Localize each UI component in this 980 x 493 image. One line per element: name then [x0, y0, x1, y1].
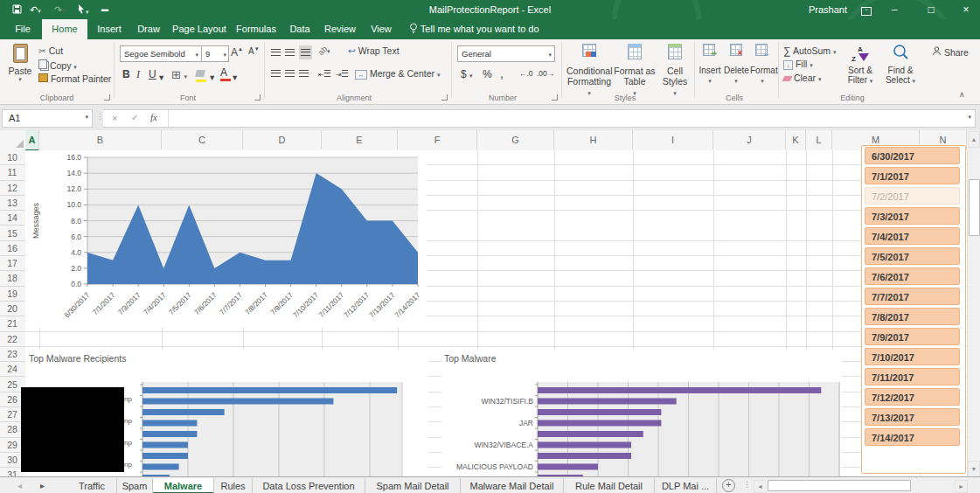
column-header-c[interactable]: C	[162, 130, 243, 149]
slicer-item-7-3-2017[interactable]: 7/3/2017	[865, 207, 960, 225]
row-header-20[interactable]: 20	[0, 302, 24, 316]
slicer-item-7-13-2017[interactable]: 7/13/2017	[865, 408, 960, 426]
delete-cells-button[interactable]: × Delete▾	[724, 44, 748, 85]
horizontal-scrollbar[interactable]	[766, 480, 951, 491]
clipboard-dialog-launcher-icon[interactable]	[104, 94, 110, 101]
slicer-item-7-11-2017[interactable]: 7/11/2017	[865, 368, 960, 385]
row-header-13[interactable]: 13	[0, 196, 24, 211]
row-header-19[interactable]: 19	[0, 287, 24, 302]
sheet-tab-dlp-mai-[interactable]: DLP Mai ...	[655, 478, 717, 493]
slicer-item-7-1-2017[interactable]: 7/1/2017	[865, 167, 960, 184]
font-name-combo[interactable]: Segoe Semibold▾	[120, 45, 202, 62]
scroll-left-icon[interactable]: ◄	[754, 480, 767, 493]
copy-button[interactable]: Copy ▾	[38, 59, 77, 71]
name-box[interactable]: A1 ▾	[2, 109, 93, 128]
align-middle-icon[interactable]	[285, 47, 295, 58]
italic-button[interactable]: I	[136, 68, 140, 81]
find-select-button[interactable]: Find & Select ▾	[881, 44, 920, 85]
slicer-item-7-9-2017[interactable]: 7/9/2017	[865, 328, 960, 345]
slicer-item-7-7-2017[interactable]: 7/7/2017	[865, 288, 960, 305]
conditional-formatting-button[interactable]: Conditional Formatting▾	[566, 44, 612, 97]
font-dialog-launcher-icon[interactable]	[254, 94, 261, 101]
column-header-k[interactable]: K	[786, 130, 806, 149]
column-header-l[interactable]: L	[806, 130, 832, 149]
currency-icon[interactable]: $ ▾	[461, 68, 473, 80]
slicer-item-7-5-2017[interactable]: 7/5/2017	[865, 247, 960, 265]
row-header-21[interactable]: 21	[0, 316, 24, 331]
format-as-table-button[interactable]: Format as Table▾	[614, 44, 656, 97]
number-dialog-launcher-icon[interactable]	[552, 94, 558, 101]
orientation-icon[interactable]: ab▾	[318, 45, 330, 55]
autosum-button[interactable]: ∑ AutoSum ▾	[783, 45, 837, 57]
percent-icon[interactable]: %	[483, 68, 492, 80]
format-painter-button[interactable]: Format Painter	[38, 73, 111, 84]
underline-button[interactable]: U	[149, 68, 156, 80]
ribbon-tab-home[interactable]: Home	[42, 19, 87, 39]
wrap-text-button[interactable]: ↩ Wrap Text	[348, 45, 400, 56]
scroll-down-icon[interactable]: ▼	[968, 461, 980, 477]
merge-center-button[interactable]: ↔ Merge & Center ▾	[355, 68, 440, 80]
decrease-font-icon[interactable]: A▼	[248, 46, 260, 56]
alignment-dialog-launcher-icon[interactable]	[441, 94, 448, 101]
borders-icon[interactable]: ⊞ ▾	[171, 68, 187, 81]
font-size-combo[interactable]: 9▾	[201, 45, 229, 62]
cancel-icon[interactable]: ×	[112, 113, 117, 123]
date-slicer[interactable]: 6/30/20177/1/20177/2/20177/3/20177/4/201…	[861, 145, 966, 474]
ribbon-tab-data[interactable]: Data	[281, 19, 318, 39]
horizontal-scroll-thumb[interactable]	[768, 480, 911, 491]
slicer-item-7-6-2017[interactable]: 7/6/2017	[865, 267, 960, 285]
align-left-icon[interactable]	[271, 68, 281, 79]
row-header-10[interactable]: 10	[0, 150, 24, 165]
align-center-icon[interactable]	[285, 68, 295, 79]
ribbon-tab-formulas[interactable]: Formulas	[231, 19, 281, 39]
sheet-tab-malware[interactable]: Malware	[153, 478, 214, 493]
scroll-up-icon[interactable]: ▲	[968, 131, 980, 148]
row-header-12[interactable]: 12	[0, 181, 24, 196]
ribbon-tab-file[interactable]: File	[7, 19, 38, 39]
messages-area-chart[interactable]: 16.014.012.010.08.06.04.02.00.06/30/2017…	[26, 150, 427, 328]
prev-sheet-icon[interactable]: ◂	[17, 478, 22, 493]
ribbon-tab-review[interactable]: Review	[318, 19, 362, 39]
font-color-dropdown-icon[interactable]: ▾	[233, 72, 237, 82]
decrease-decimal-icon[interactable]: .00→	[537, 69, 554, 78]
tell-me-box[interactable]: Tell me what you want to do	[409, 19, 539, 39]
slicer-item-7-8-2017[interactable]: 7/8/2017	[865, 308, 960, 325]
top-malware-chart[interactable]: Top MalwareWIN32/TISIFI.BJARWIN32/VIBACE…	[441, 350, 842, 476]
vertical-scrollbar[interactable]: ▲ ▼	[968, 130, 980, 476]
row-header-17[interactable]: 17	[0, 256, 24, 271]
align-right-icon[interactable]	[299, 68, 309, 79]
fx-icon[interactable]: fx	[150, 112, 157, 122]
collapse-ribbon-icon[interactable]: ∧	[959, 90, 965, 99]
sheet-tab-spam[interactable]: Spam	[117, 478, 153, 493]
align-top-icon[interactable]	[271, 47, 281, 58]
slicer-item-6-30-2017[interactable]: 6/30/2017	[865, 147, 960, 164]
slicer-item-7-10-2017[interactable]: 7/10/2017	[865, 348, 960, 365]
expand-formula-bar-icon[interactable]: ▾	[968, 114, 971, 121]
slicer-item-7-2-2017[interactable]: 7/2/2017	[865, 187, 960, 205]
font-color-icon[interactable]: A	[220, 66, 231, 81]
vertical-scroll-thumb[interactable]	[969, 179, 980, 236]
cell-styles-button[interactable]: Cell Styles▾	[657, 44, 692, 97]
number-format-combo[interactable]: General▾	[457, 45, 555, 62]
align-bottom-icon[interactable]	[299, 45, 312, 59]
row-header-23[interactable]: 23	[0, 347, 24, 362]
column-header-a[interactable]: A	[25, 130, 39, 151]
sheet-tab-malware-mail-detail[interactable]: Malware Mail Detail	[461, 478, 564, 493]
insert-cells-button[interactable]: ⬅ Insert▾	[698, 44, 722, 85]
select-all-corner[interactable]	[0, 130, 26, 149]
column-header-h[interactable]: H	[554, 130, 633, 149]
paste-button[interactable]: Paste▾	[5, 44, 35, 83]
minimize-button[interactable]: –	[883, 0, 906, 19]
row-header-14[interactable]: 14	[0, 211, 24, 226]
fill-button[interactable]: ↓ Fill ▾	[783, 59, 813, 70]
column-header-g[interactable]: G	[477, 130, 554, 149]
increase-decimal-icon[interactable]: ←.0	[519, 69, 533, 78]
underline-dropdown-icon[interactable]: ▾	[159, 72, 163, 82]
name-box-dropdown-icon[interactable]: ▾	[85, 114, 88, 121]
increase-indent-icon[interactable]: ⇥	[336, 68, 348, 79]
column-header-j[interactable]: J	[713, 130, 786, 149]
slicer-item-7-12-2017[interactable]: 7/12/2017	[865, 388, 960, 406]
enter-icon[interactable]: ✓	[131, 113, 138, 122]
clear-button[interactable]: Clear ▾	[783, 73, 821, 83]
fill-color-dropdown-icon[interactable]: ▾	[210, 72, 214, 82]
